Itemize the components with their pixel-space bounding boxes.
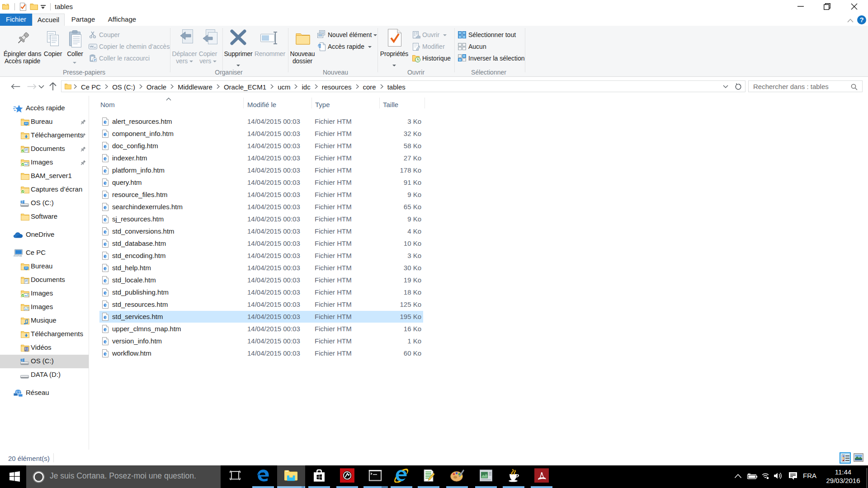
svg-text:e: e (104, 192, 107, 198)
svg-text:e: e (104, 204, 107, 211)
svg-text:e: e (104, 131, 107, 137)
svg-text:e: e (104, 155, 107, 162)
svg-text:e: e (104, 277, 107, 284)
svg-text:e: e (104, 229, 107, 235)
svg-text:e: e (104, 253, 107, 259)
svg-text:e: e (104, 168, 107, 174)
svg-text:e: e (104, 302, 107, 308)
svg-text:e: e (104, 180, 107, 186)
svg-text:e: e (104, 265, 107, 272)
svg-text:e: e (104, 119, 107, 125)
svg-text:e: e (104, 314, 107, 320)
svg-text:e: e (104, 338, 107, 345)
svg-text:e: e (104, 351, 107, 357)
svg-text:e: e (104, 143, 107, 150)
svg-text:e: e (104, 290, 107, 296)
svg-text:e: e (104, 241, 107, 247)
svg-text:e: e (104, 216, 107, 223)
svg-text:e: e (104, 326, 107, 333)
